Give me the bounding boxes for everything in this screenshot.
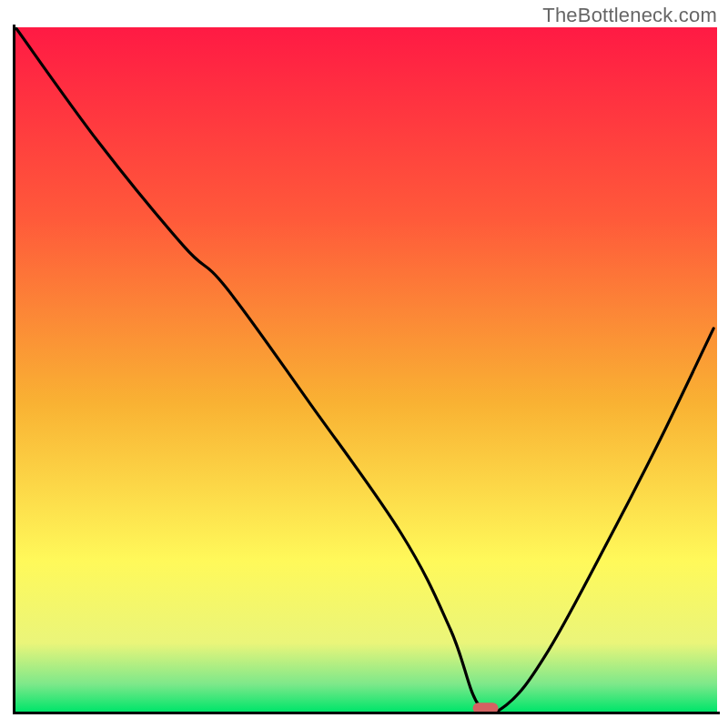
gradient-background — [15, 27, 717, 712]
x-axis — [13, 712, 720, 714]
chart-frame: TheBottleneck.com — [0, 0, 728, 728]
watermark-text: TheBottleneck.com — [542, 4, 717, 27]
y-axis — [13, 25, 15, 714]
chart-svg — [0, 0, 728, 728]
